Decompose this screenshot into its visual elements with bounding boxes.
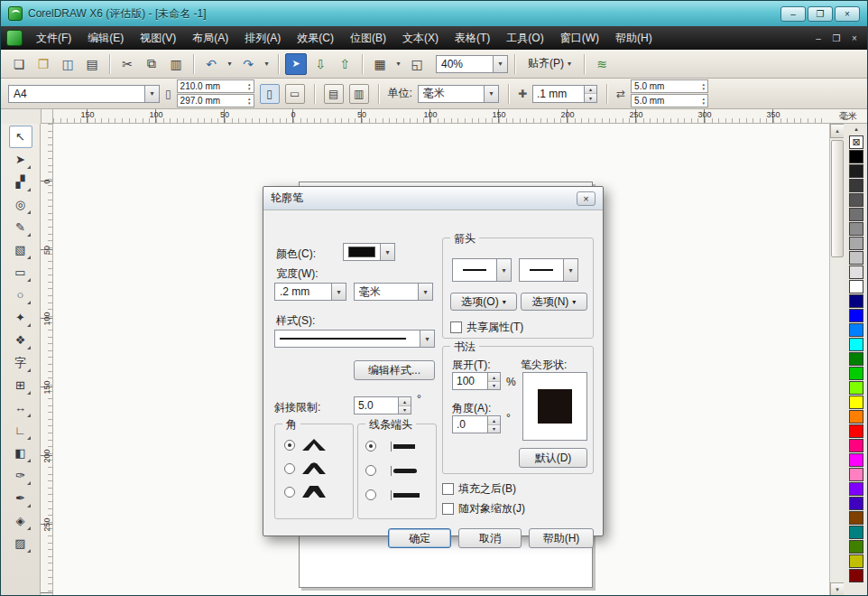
smart-fill-tool[interactable]: ▧ (9, 238, 32, 261)
page-height-field[interactable]: 297.0 mm ▴▾ (177, 94, 254, 107)
maximize-button[interactable]: ❐ (808, 6, 833, 22)
units-dropdown-arrow-icon[interactable]: ▾ (484, 86, 498, 102)
color-swatch[interactable] (849, 222, 863, 236)
behind-fill-checkbox[interactable]: 填充之后(B) (442, 481, 516, 497)
color-swatch[interactable] (849, 367, 863, 380)
style-dropdown-arrow-icon[interactable]: ▾ (420, 331, 434, 347)
menu-item-window[interactable]: 窗口(W) (552, 26, 607, 50)
polygon-tool[interactable]: ✦ (9, 306, 32, 329)
paper-size-dropdown-arrow-icon[interactable]: ▾ (144, 86, 159, 102)
dialog-close-button[interactable]: × (577, 191, 596, 206)
cap-square-option[interactable] (358, 489, 436, 500)
crop-tool[interactable]: ▞ (9, 171, 32, 193)
zoom-dropdown-arrow-icon[interactable]: ▾ (493, 56, 507, 72)
color-swatch[interactable] (849, 410, 863, 424)
ok-button[interactable]: 确定 (388, 528, 451, 548)
color-swatch[interactable] (849, 569, 863, 582)
color-swatch[interactable] (849, 453, 863, 467)
width-dropdown-arrow-icon[interactable]: ▾ (331, 284, 346, 300)
close-button[interactable]: × (835, 6, 860, 22)
corner-miter-option[interactable] (275, 439, 353, 451)
page-height-spinner[interactable]: ▴▾ (248, 97, 251, 106)
start-arrowhead-combobox[interactable]: ▾ (452, 258, 512, 282)
document-close-button[interactable]: × (845, 31, 863, 45)
menu-item-bitmaps[interactable]: 位图(B) (342, 26, 394, 50)
color-swatch[interactable] (849, 396, 863, 409)
minimize-button[interactable]: – (780, 6, 806, 22)
all-pages-button[interactable]: ▤ (324, 84, 344, 104)
share-attributes-checkbox[interactable]: 共享属性(T) (450, 320, 523, 335)
new-document-button[interactable]: ❏ (8, 53, 30, 75)
view-mode-button[interactable]: ▦ (369, 53, 391, 75)
basic-shapes-tool[interactable]: ❖ (9, 329, 32, 351)
redo-button[interactable]: ↷ (237, 53, 259, 75)
menu-item-view[interactable]: 视图(V) (132, 26, 184, 50)
menu-item-help[interactable]: 帮助(H) (607, 26, 660, 50)
color-swatch[interactable] (849, 323, 863, 337)
color-swatch[interactable] (849, 294, 863, 308)
color-swatch[interactable] (849, 251, 863, 265)
angle-field[interactable]: .0 ▴▾ (452, 415, 501, 433)
units-combobox[interactable]: 毫米 ▾ (418, 85, 499, 103)
color-swatch[interactable] (849, 265, 863, 279)
rectangle-tool[interactable]: ▭ (9, 261, 32, 284)
edit-style-button[interactable]: 编辑样式... (354, 360, 435, 380)
interactive-fill-tool[interactable]: ▨ (9, 532, 32, 554)
vertical-ruler[interactable]: 050100150200250 (41, 124, 53, 596)
color-swatch[interactable] (849, 150, 863, 163)
color-swatch[interactable] (849, 237, 863, 250)
color-swatch[interactable] (849, 497, 863, 510)
color-swatch[interactable] (849, 164, 863, 178)
nib-shape-preview[interactable] (522, 372, 587, 441)
no-color-swatch[interactable]: ⊠ (849, 135, 863, 149)
corel-menu-logo-icon[interactable] (6, 30, 23, 46)
options-button[interactable]: ≋ (591, 53, 613, 75)
cancel-button[interactable]: 取消 (458, 528, 522, 548)
zoom-level-combobox[interactable]: 40% ▾ (436, 55, 508, 73)
menu-item-file[interactable]: 文件(F) (28, 26, 79, 50)
horizontal-ruler[interactable]: 15010050050100150200250300350 (53, 109, 827, 124)
color-swatch[interactable] (849, 526, 863, 539)
color-swatch[interactable] (849, 280, 863, 293)
fullscreen-preview-button[interactable]: ◱ (406, 53, 428, 75)
color-swatch[interactable] (849, 309, 863, 322)
miter-limit-spinner[interactable]: ▴▾ (398, 397, 411, 414)
dimension-tool[interactable]: ↔ (9, 396, 32, 419)
ellipse-tool[interactable]: ○ (9, 284, 32, 306)
color-swatch[interactable] (849, 381, 863, 395)
cut-button[interactable]: ✂ (116, 53, 138, 75)
paper-size-combobox[interactable]: A4 ▾ (8, 85, 160, 103)
line-style-combobox[interactable]: ▾ (274, 330, 435, 348)
color-dropdown-arrow-icon[interactable]: ▾ (380, 244, 394, 260)
pick-tool[interactable]: ↖ (9, 126, 32, 148)
scrollbar-thumb[interactable] (831, 140, 844, 257)
duplicate-x-field[interactable]: 5.0 mm ▴▾ (631, 79, 708, 93)
default-button[interactable]: 默认(D) (519, 448, 587, 468)
undo-dropdown-button[interactable]: ▾ (225, 53, 235, 75)
outline-pen-tool[interactable]: ✒ (9, 487, 32, 509)
menu-item-layout[interactable]: 布局(A) (184, 26, 236, 50)
palette-scroll-up-button[interactable]: ▴ (849, 124, 863, 135)
export-button[interactable]: ⇧ (334, 53, 356, 75)
dialog-title-bar[interactable]: 轮廓笔 × (263, 187, 603, 210)
duplicate-x-spinner[interactable]: ▴▾ (703, 82, 706, 91)
duplicate-y-spinner[interactable]: ▴▾ (703, 97, 706, 106)
vertical-scrollbar[interactable]: ▴ ▾ (829, 124, 844, 596)
menu-item-arrange[interactable]: 排列(A) (236, 26, 289, 50)
blend-tool[interactable]: ◧ (9, 442, 32, 464)
document-minimize-button[interactable]: – (809, 31, 827, 45)
menu-item-tools[interactable]: 工具(O) (498, 26, 551, 50)
color-swatch[interactable] (849, 424, 863, 438)
cap-round-option[interactable] (358, 465, 436, 476)
color-swatch[interactable] (849, 193, 863, 207)
duplicate-y-field[interactable]: 5.0 mm ▴▾ (631, 94, 708, 107)
end-arrowhead-combobox[interactable]: ▾ (519, 258, 578, 282)
miter-limit-field[interactable]: 5.0 ▴▾ (354, 396, 411, 414)
end-arrowhead-dropdown-icon[interactable]: ▾ (563, 259, 577, 281)
fill-tool[interactable]: ◈ (9, 509, 32, 532)
start-arrow-options-button[interactable]: 选项(O) ▾ (450, 293, 517, 311)
outline-width-combobox[interactable]: .2 mm ▾ (274, 283, 346, 301)
snap-to-dropdown[interactable]: 贴齐(P) ▾ (522, 53, 577, 75)
shape-tool[interactable]: ➤ (9, 148, 32, 171)
current-page-button[interactable]: ▥ (349, 84, 369, 104)
